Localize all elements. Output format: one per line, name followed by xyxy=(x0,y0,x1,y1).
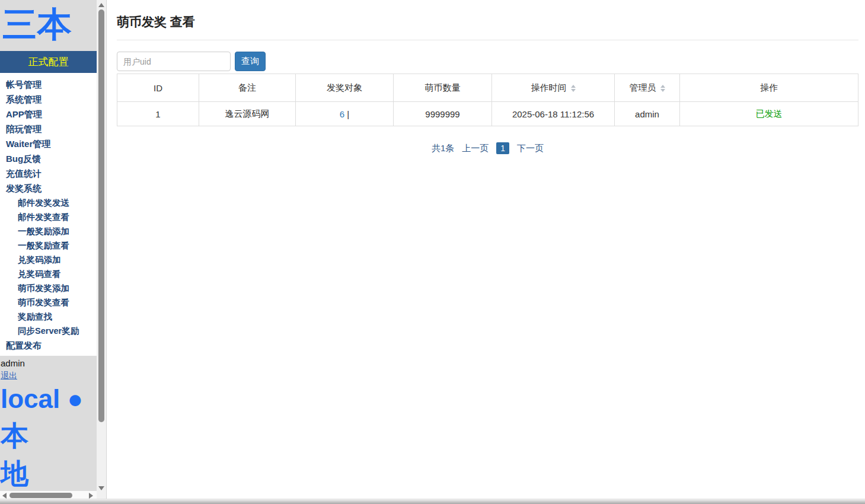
app-logo: 三本 xyxy=(0,0,97,51)
query-button[interactable]: 查询 xyxy=(235,52,266,71)
sort-icon[interactable] xyxy=(571,85,576,92)
search-bar: 查询 xyxy=(117,52,865,71)
target-uid-link[interactable]: 6 xyxy=(340,109,344,119)
sidebar-item-recharge-stats[interactable]: 充值统计 xyxy=(0,166,97,181)
sidebar-item-redeem-code-view[interactable]: 兑奖码查看 xyxy=(0,267,97,281)
reward-table: ID 备注 发奖对象 萌币数量 操作时间 管理员 操作 1 逸云源码网 6 | … xyxy=(117,74,858,126)
pagination-prev-button[interactable]: 上一页 xyxy=(462,143,489,154)
sidebar-vertical-scrollbar[interactable] xyxy=(97,0,106,500)
pagination-next-button[interactable]: 下一页 xyxy=(517,143,544,154)
table-header-row: ID 备注 发奖对象 萌币数量 操作时间 管理员 操作 xyxy=(117,74,858,102)
current-user-label: admin xyxy=(1,358,97,369)
logout-link[interactable]: 退出 xyxy=(1,369,17,381)
sidebar-item-peiwan-management[interactable]: 陪玩管理 xyxy=(0,122,97,136)
sidebar-item-system-management[interactable]: 系统管理 xyxy=(0,92,97,107)
column-header-action: 操作 xyxy=(680,74,858,102)
cell-target: 6 | xyxy=(296,102,394,126)
title-divider xyxy=(117,40,858,40)
cell-time: 2025-06-18 11:12:56 xyxy=(492,102,615,126)
column-header-target: 发奖对象 xyxy=(296,74,394,102)
scroll-down-arrow-icon[interactable] xyxy=(98,486,104,490)
window-bottom-scrollbar[interactable] xyxy=(0,499,865,504)
main-content: 萌币发奖 查看 查询 ID 备注 发奖对象 萌币数量 操作时间 管理员 操作 1… xyxy=(106,0,865,499)
column-header-remark: 备注 xyxy=(199,74,296,102)
sidebar-item-sync-server-reward[interactable]: 同步Server奖励 xyxy=(0,324,97,338)
sidebar-item-waiter-management[interactable]: Waiter管理 xyxy=(0,136,97,151)
sidebar-item-reward-system[interactable]: 发奖系统 xyxy=(0,181,97,196)
env-label-char-2: 地 xyxy=(1,455,97,491)
sidebar-item-config-publish[interactable]: 配置发布 xyxy=(0,338,97,353)
sidebar-item-mengbi-reward-add[interactable]: 萌币发奖添加 xyxy=(0,281,97,295)
scroll-right-arrow-icon[interactable] xyxy=(89,493,93,499)
sidebar-item-mail-reward-view[interactable]: 邮件发奖查看 xyxy=(0,210,97,224)
sort-icon[interactable] xyxy=(660,85,665,92)
pagination-total: 共1条 xyxy=(432,143,454,154)
cell-remark: 逸云源码网 xyxy=(199,102,296,126)
page-title: 萌币发奖 查看 xyxy=(117,14,865,30)
cell-admin: admin xyxy=(615,102,680,126)
sidebar-menu: 帐号管理 系统管理 APP管理 陪玩管理 Waiter管理 Bug反馈 充值统计… xyxy=(0,73,97,356)
table-row: 1 逸云源码网 6 | 9999999 2025-06-18 11:12:56 … xyxy=(117,102,858,126)
column-header-admin: 管理员 xyxy=(615,74,680,102)
column-header-id: ID xyxy=(117,74,199,102)
cell-id: 1 xyxy=(117,102,199,126)
env-label-local: local ● xyxy=(1,381,97,417)
pagination: 共1条 上一页 1 下一页 xyxy=(117,142,858,154)
sidebar-item-mengbi-reward-view[interactable]: 萌币发奖查看 xyxy=(0,295,97,310)
scroll-up-arrow-icon[interactable] xyxy=(98,3,104,7)
cell-amount: 9999999 xyxy=(394,102,492,126)
scroll-left-arrow-icon[interactable] xyxy=(2,493,7,499)
column-header-time: 操作时间 xyxy=(492,74,615,102)
uid-search-input[interactable] xyxy=(117,52,231,71)
env-label-char-1: 本 xyxy=(1,417,97,455)
status-sent-label[interactable]: 已发送 xyxy=(756,109,783,119)
pagination-current-page[interactable]: 1 xyxy=(496,142,509,154)
column-header-amount: 萌币数量 xyxy=(394,74,492,102)
sidebar-footer: admin 退出 local ● 本 地 xyxy=(0,356,97,491)
horizontal-scrollbar-thumb[interactable] xyxy=(9,493,72,498)
sidebar-item-app-management[interactable]: APP管理 xyxy=(0,107,97,122)
cell-status: 已发送 xyxy=(680,102,858,126)
sidebar-item-bug-feedback[interactable]: Bug反馈 xyxy=(0,151,97,166)
sidebar-item-reward-search[interactable]: 奖励查找 xyxy=(0,310,97,324)
target-separator: | xyxy=(347,109,349,119)
sidebar-item-account-management[interactable]: 帐号管理 xyxy=(0,77,97,92)
vertical-scrollbar-thumb[interactable] xyxy=(98,9,104,422)
sidebar: 三本 正式配置 帐号管理 系统管理 APP管理 陪玩管理 Waiter管理 Bu… xyxy=(0,0,97,500)
sidebar-item-general-reward-add[interactable]: 一般奖励添加 xyxy=(0,224,97,238)
sidebar-item-general-reward-view[interactable]: 一般奖励查看 xyxy=(0,238,97,253)
sidebar-item-mail-reward-send[interactable]: 邮件发奖发送 xyxy=(0,196,97,210)
sidebar-item-redeem-code-add[interactable]: 兑奖码添加 xyxy=(0,253,97,267)
config-env-button[interactable]: 正式配置 xyxy=(0,51,97,73)
